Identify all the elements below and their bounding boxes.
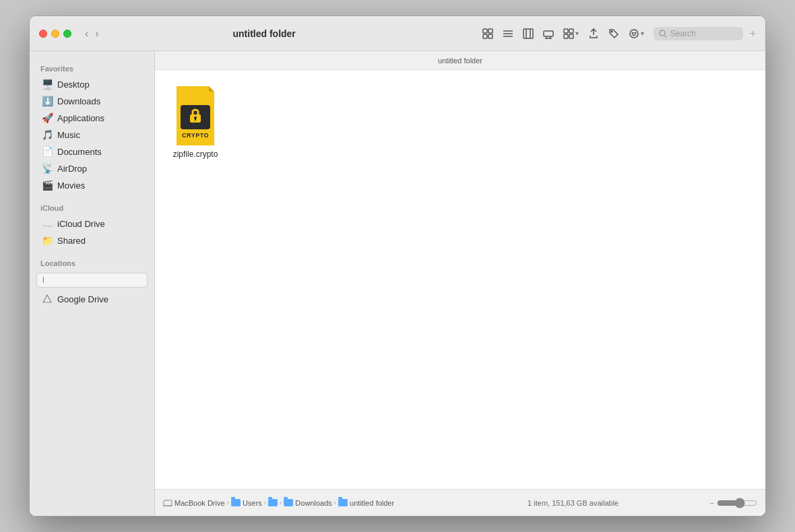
search-icon xyxy=(659,30,667,38)
icloud-label: iCloud xyxy=(30,199,154,215)
svg-rect-16 xyxy=(564,34,568,38)
svg-point-19 xyxy=(630,30,638,38)
group-chevron: ▾ xyxy=(575,30,579,37)
sidebar-item-airdrop[interactable]: 📡 AirDrop xyxy=(34,160,150,176)
svg-rect-1 xyxy=(488,29,492,33)
column-view-button[interactable] xyxy=(519,26,538,42)
folder-icon xyxy=(284,499,293,506)
svg-point-21 xyxy=(635,32,636,34)
zoom-range[interactable] xyxy=(717,498,757,508)
add-tab-button[interactable]: + xyxy=(750,28,756,40)
status-info: 1 item, 151,63 GB available xyxy=(437,499,710,507)
list-icon xyxy=(503,28,513,39)
svg-rect-0 xyxy=(483,29,487,33)
sidebar-item-music[interactable]: 🎵 Music xyxy=(34,127,150,143)
folder-icon xyxy=(268,499,278,506)
sidebar-label-music: Music xyxy=(57,130,80,140)
window-body: Favorites 🖥️ Desktop ⬇️ Downloads 🚀 Appl… xyxy=(30,51,765,516)
sidebar-label-shared: Shared xyxy=(57,236,86,246)
close-button[interactable] xyxy=(39,30,47,38)
bc-users[interactable]: Users xyxy=(231,499,262,507)
hdd-icon xyxy=(163,499,172,507)
svg-point-20 xyxy=(632,32,633,34)
window-title: untitled folder xyxy=(110,28,419,39)
gallery-view-button[interactable] xyxy=(539,26,558,42)
svg-rect-28 xyxy=(195,118,196,121)
path-bar: untitled folder xyxy=(155,51,765,70)
maximize-button[interactable] xyxy=(63,30,71,38)
icloud-icon: ☁️ xyxy=(42,218,53,229)
locations-label: Locations xyxy=(30,254,154,270)
sidebar-label-downloads: Downloads xyxy=(57,96,100,106)
svg-text:CRYPTO: CRYPTO xyxy=(182,132,209,139)
main-content: untitled folder xyxy=(155,51,765,516)
svg-rect-30 xyxy=(164,500,172,506)
sidebar-label-icloud-drive: iCloud Drive xyxy=(57,219,105,229)
sidebar-item-applications[interactable]: 🚀 Applications xyxy=(34,110,150,126)
search-input[interactable] xyxy=(670,29,738,38)
sidebar-item-desktop[interactable]: 🖥️ Desktop xyxy=(34,76,150,92)
sidebar-label-desktop: Desktop xyxy=(57,79,90,90)
content-area[interactable]: CRYPTO zipfile.crypto xyxy=(155,70,765,489)
sidebar-item-shared[interactable]: 📁 Shared xyxy=(34,232,150,248)
forward-button[interactable]: › xyxy=(92,26,101,41)
shared-icon: 📁 xyxy=(42,235,53,246)
tag-icon xyxy=(608,28,619,39)
sidebar-item-icloud-drive[interactable]: ☁️ iCloud Drive xyxy=(34,215,150,232)
share-button[interactable] xyxy=(584,26,603,42)
folder-icon xyxy=(231,499,241,506)
svg-rect-9 xyxy=(523,29,533,38)
smiley-icon xyxy=(629,28,639,39)
svg-rect-3 xyxy=(488,34,492,38)
status-bar: MacBook Drive › Users › › Downloads xyxy=(155,489,765,516)
more-chevron: ▾ xyxy=(641,30,644,37)
airdrop-icon: 📡 xyxy=(42,163,53,174)
bc-macbook-drive[interactable]: MacBook Drive xyxy=(163,499,225,507)
bc-untitled-folder[interactable]: untitled folder xyxy=(338,499,394,507)
sidebar-item-documents[interactable]: 📄 Documents xyxy=(34,143,150,160)
sidebar-item-downloads[interactable]: ⬇️ Downloads xyxy=(34,93,150,109)
icon-view-button[interactable] xyxy=(478,26,497,42)
applications-icon: 🚀 xyxy=(42,112,53,123)
zoom-out-icon: − xyxy=(710,499,714,507)
svg-rect-10 xyxy=(544,31,553,36)
movies-icon: 🎬 xyxy=(42,180,53,191)
sidebar-item-movies[interactable]: 🎬 Movies xyxy=(34,177,150,193)
sidebar-label-movies: Movies xyxy=(57,180,85,191)
share-icon xyxy=(588,28,599,39)
zoom-slider[interactable]: − xyxy=(710,498,757,508)
favorites-label: Favorites xyxy=(30,59,154,75)
group-button[interactable]: ▾ xyxy=(559,26,583,42)
svg-marker-24 xyxy=(43,295,51,302)
titlebar: ‹ › untitled folder ▾ xyxy=(30,16,765,51)
back-button[interactable]: ‹ xyxy=(82,26,91,41)
bc-user-folder[interactable] xyxy=(268,499,278,506)
svg-rect-17 xyxy=(569,34,573,38)
list-view-button[interactable] xyxy=(499,26,517,42)
sidebar-label-applications: Applications xyxy=(57,113,104,123)
column-icon xyxy=(523,28,534,39)
finder-window: ‹ › untitled folder ▾ xyxy=(29,15,766,517)
sidebar-label-documents: Documents xyxy=(57,147,102,157)
crypto-file-icon: CRYPTO xyxy=(171,86,220,145)
grid-icon xyxy=(482,28,493,39)
sidebar-label-google-drive: Google Drive xyxy=(57,294,108,304)
desktop-icon: 🖥️ xyxy=(42,79,53,90)
sidebar-item-google-drive[interactable]: Google Drive xyxy=(34,291,150,307)
bc-downloads[interactable]: Downloads xyxy=(284,499,331,507)
group-icon xyxy=(563,28,574,39)
file-item-zipfile-crypto[interactable]: CRYPTO zipfile.crypto xyxy=(166,81,225,164)
svg-rect-2 xyxy=(483,34,487,38)
search-box[interactable] xyxy=(654,27,743,40)
google-drive-icon xyxy=(42,294,53,304)
locations-input[interactable] xyxy=(36,273,148,288)
tag-button[interactable] xyxy=(604,26,623,42)
sidebar: Favorites 🖥️ Desktop ⬇️ Downloads 🚀 Appl… xyxy=(30,51,155,516)
svg-point-18 xyxy=(611,31,612,32)
svg-rect-14 xyxy=(564,29,568,33)
minimize-button[interactable] xyxy=(51,30,59,38)
more-button[interactable]: ▾ xyxy=(625,26,648,42)
music-icon: 🎵 xyxy=(42,129,53,140)
svg-rect-15 xyxy=(569,29,573,33)
nav-buttons: ‹ › xyxy=(82,26,102,41)
